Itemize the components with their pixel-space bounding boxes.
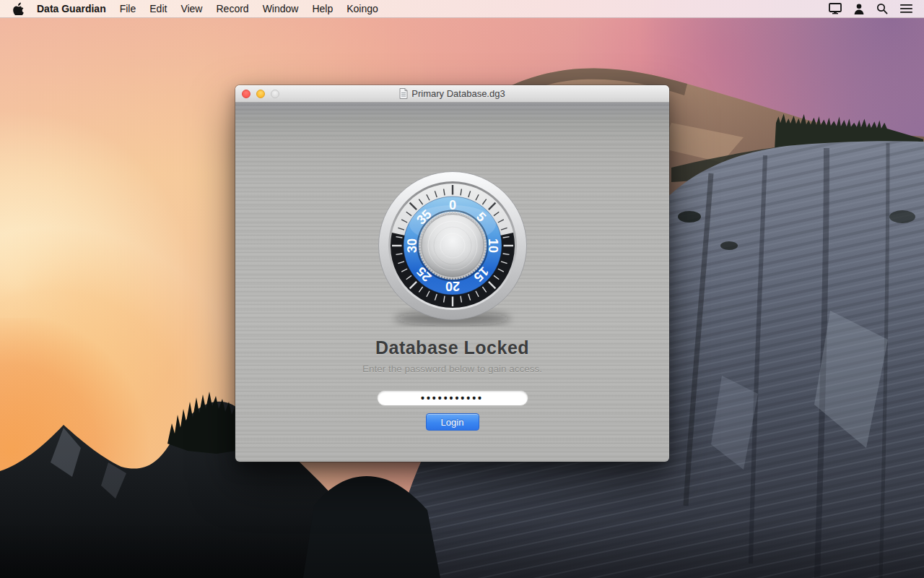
display-icon[interactable] — [829, 3, 842, 14]
window-titlebar[interactable]: Primary Database.dg3 — [235, 85, 669, 103]
close-button[interactable] — [242, 90, 250, 98]
notification-list-icon[interactable] — [900, 4, 912, 14]
menu-bar: Data Guardian File Edit View Record Wind… — [0, 0, 924, 18]
locked-subheading: Enter the password below to gain access. — [235, 363, 669, 374]
menu-app-name[interactable]: Data Guardian — [37, 3, 106, 14]
menu-view[interactable]: View — [180, 3, 202, 14]
window-title: Primary Database.dg3 — [411, 88, 505, 99]
data-guardian-window: Primary Database.dg3 — [235, 85, 669, 462]
window-content: 0 5 10 15 20 25 30 35 Database Locked En… — [235, 103, 669, 462]
apple-icon — [13, 2, 24, 15]
locked-heading: Database Locked — [235, 337, 669, 358]
menu-record[interactable]: Record — [216, 3, 248, 14]
login-button[interactable]: Login — [426, 413, 479, 431]
user-icon[interactable] — [854, 4, 864, 14]
password-input[interactable] — [377, 390, 528, 406]
zoom-button-disabled — [271, 90, 279, 98]
menu-koingo[interactable]: Koingo — [346, 3, 378, 14]
menu-window[interactable]: Window — [263, 3, 299, 14]
menu-edit[interactable]: Edit — [149, 3, 167, 14]
menu-help[interactable]: Help — [312, 3, 333, 14]
apple-menu[interactable] — [13, 2, 24, 15]
minimize-button[interactable] — [256, 90, 265, 98]
menu-file[interactable]: File — [120, 3, 136, 14]
document-proxy-icon — [399, 88, 408, 99]
search-icon[interactable] — [876, 3, 888, 14]
combination-lock-dial: 0 5 10 15 20 25 30 35 — [376, 169, 529, 327]
